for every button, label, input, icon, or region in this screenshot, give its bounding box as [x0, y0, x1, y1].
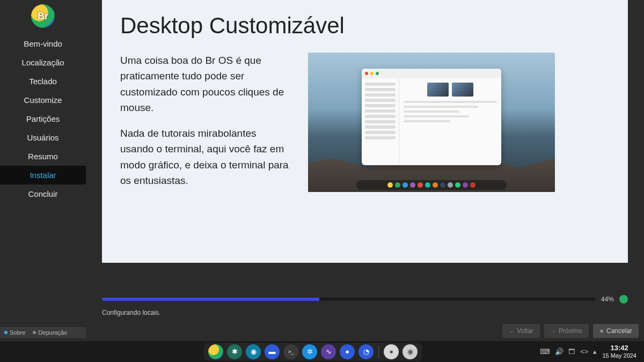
step-usuários: Usuários — [0, 128, 86, 147]
arrow-left-icon: ← — [509, 328, 514, 334]
step-concluir: Concluir — [0, 184, 86, 203]
slide-title: Desktop Customizável — [120, 13, 610, 39]
slide-paragraph-2: Nada de tutorais mirabolantes usando o t… — [120, 125, 292, 189]
progress-percent: 44% — [601, 295, 614, 303]
slide-screenshot — [308, 53, 610, 198]
tray-icon-3[interactable]: <> — [580, 348, 588, 356]
step-instalar: Instalar — [0, 166, 86, 184]
dock-browser-icon[interactable]: ◉ — [246, 344, 261, 359]
step-partições: Partições — [0, 109, 86, 128]
dock-terminal-icon[interactable]: >_ — [283, 344, 298, 359]
dock-settings-icon[interactable]: ✲ — [302, 344, 317, 359]
debug-link[interactable]: Depuração — [33, 329, 67, 336]
dock-files-icon[interactable]: ▬ — [265, 344, 280, 359]
step-customize: Customize — [0, 91, 86, 109]
dock-snowflake-icon[interactable]: ✱ — [227, 344, 242, 359]
install-steps: Bem-vindoLocalizaçãoTecladoCustomizePart… — [0, 34, 86, 203]
next-button: →Próximo — [544, 324, 589, 338]
system-tray[interactable]: ⌨🔊🗔<>▴ — [540, 348, 597, 356]
cancel-button[interactable]: ✕Cancelar — [593, 324, 639, 338]
step-bem-vindo: Bem-vindo — [0, 34, 86, 53]
dock-bros-logo-icon[interactable] — [208, 344, 223, 359]
tray-icon-2[interactable]: 🗔 — [568, 348, 575, 356]
install-progress-fill — [102, 298, 319, 301]
tray-icon-0[interactable]: ⌨ — [540, 348, 550, 356]
step-localização: Localização — [0, 53, 86, 72]
about-link[interactable]: Sobre — [4, 329, 25, 336]
taskbar-dock: ✱◉▬>_✲∿●◔●◉ — [204, 343, 422, 361]
system-taskbar: ✱◉▬>_✲∿●◔●◉ ⌨🔊🗔<>▴ 13:42 15 May 2024 — [0, 341, 644, 362]
dock-shield-icon[interactable]: ◔ — [358, 344, 374, 359]
dock-wave-icon[interactable]: ∿ — [321, 344, 336, 359]
dock-record-icon[interactable]: ● — [384, 344, 399, 359]
back-button: ←Voltar — [502, 324, 540, 338]
dock-disc-icon[interactable]: ◉ — [402, 344, 418, 359]
progress-badge-icon — [619, 295, 628, 304]
tray-icon-1[interactable]: 🔊 — [555, 348, 564, 356]
dock-chat-icon[interactable]: ● — [340, 344, 355, 359]
slideshow-slide: Desktop Customizável Uma coisa boa do Br… — [102, 0, 628, 263]
slide-paragraph-1: Uma coisa boa do Br OS é que praticament… — [120, 53, 292, 116]
install-progress-bar — [102, 298, 596, 301]
close-icon: ✕ — [599, 328, 604, 334]
taskbar-clock[interactable]: 13:42 15 May 2024 — [602, 344, 636, 359]
bros-logo: Br — [31, 4, 55, 28]
installer-sidebar: Br Bem-vindoLocalizaçãoTecladoCustomizeP… — [0, 0, 86, 341]
installer-main: Desktop Customizável Uma coisa boa do Br… — [86, 0, 644, 341]
tray-icon-4[interactable]: ▴ — [593, 348, 597, 356]
progress-status-text: Configurando locais. — [102, 309, 628, 316]
step-teclado: Teclado — [0, 72, 86, 91]
step-resumo: Resumo — [0, 147, 86, 166]
arrow-right-icon: → — [551, 328, 556, 334]
